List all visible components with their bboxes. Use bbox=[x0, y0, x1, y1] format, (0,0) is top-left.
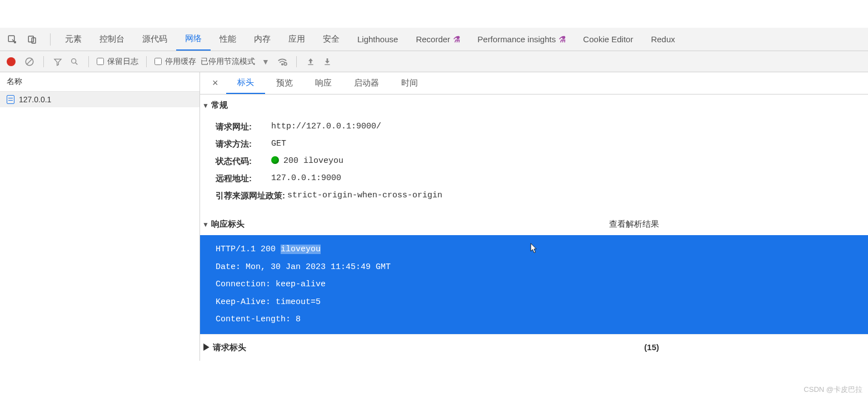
label-request-method: 请求方法: bbox=[216, 139, 269, 150]
request-headers-count: (15) bbox=[644, 342, 659, 353]
divider bbox=[146, 56, 147, 67]
value-request-method: GET bbox=[271, 139, 286, 150]
request-detail-pane: × 标头 预览 响应 启动器 时间 ▼ 常规 请求网址:http://127.0… bbox=[200, 72, 868, 361]
dtab-response[interactable]: 响应 bbox=[304, 72, 343, 94]
label-remote-addr: 远程地址: bbox=[216, 173, 269, 184]
detail-tabs: × 标头 预览 响应 启动器 时间 bbox=[200, 72, 868, 94]
svg-point-7 bbox=[282, 63, 283, 64]
svg-point-8 bbox=[284, 62, 287, 65]
value-remote-addr: 127.0.0.1:9000 bbox=[271, 173, 341, 184]
tab-recorder[interactable]: Recorder ⁨⚗ bbox=[407, 28, 468, 51]
section-response-headers-title: 响应标头 bbox=[211, 219, 245, 228]
dtab-timing[interactable]: 时间 bbox=[390, 72, 429, 94]
tab-console[interactable]: 控制台 bbox=[91, 28, 133, 51]
throttling-dropdown-icon[interactable]: ▼ bbox=[260, 57, 272, 66]
dtab-preview[interactable]: 预览 bbox=[265, 72, 304, 94]
flask-icon: ⁨⚗ bbox=[452, 34, 460, 44]
search-icon[interactable] bbox=[68, 57, 81, 66]
svg-rect-9 bbox=[308, 64, 313, 64]
raw-line: Connection: keep-alive bbox=[216, 276, 868, 293]
close-detail-icon[interactable]: × bbox=[204, 77, 226, 89]
wifi-settings-icon[interactable] bbox=[276, 57, 288, 66]
raw-line: HTTP/1.1 200 iloveyou bbox=[216, 241, 868, 258]
svg-rect-1 bbox=[28, 36, 33, 42]
main-content: 名称 127.0.0.1 × 标头 预览 响应 启动器 时间 ▼ 常规 请求网址… bbox=[0, 72, 868, 361]
tab-cookie-editor[interactable]: Cookie Editor bbox=[574, 28, 642, 51]
label-request-url: 请求网址: bbox=[216, 122, 269, 132]
status-dot-icon bbox=[271, 156, 279, 164]
collapse-triangle-icon: ▼ bbox=[202, 102, 209, 110]
label-status-code: 状态代码: bbox=[216, 156, 269, 167]
network-toolbar: 保留日志 停用缓存 已停用节流模式 ▼ bbox=[0, 51, 868, 72]
raw-line: Keep-Alive: timeout=5 bbox=[216, 293, 868, 311]
tab-lighthouse[interactable]: Lighthouse bbox=[348, 28, 407, 51]
record-button[interactable] bbox=[7, 57, 16, 66]
divider bbox=[43, 56, 44, 67]
value-status-code: 200 iloveyou bbox=[271, 156, 343, 167]
clear-icon[interactable] bbox=[23, 57, 36, 67]
section-general-head[interactable]: ▼ 常规 bbox=[200, 94, 868, 116]
expand-triangle-icon: ▶ bbox=[202, 342, 211, 352]
tab-security[interactable]: 安全 bbox=[314, 28, 348, 51]
disable-cache-checkbox[interactable]: 停用缓存 bbox=[154, 57, 196, 67]
tab-memory[interactable]: 内存 bbox=[245, 28, 280, 51]
divider bbox=[50, 33, 51, 46]
dtab-initiator[interactable]: 启动器 bbox=[343, 72, 390, 94]
tab-perf-insights[interactable]: Performance insights ⚗ bbox=[468, 28, 574, 51]
tab-performance[interactable]: 性能 bbox=[211, 28, 245, 51]
tab-sources[interactable]: 源代码 bbox=[133, 28, 176, 51]
divider bbox=[88, 56, 89, 67]
divider bbox=[296, 56, 297, 67]
view-parsed-link[interactable]: 查看解析结果 bbox=[609, 219, 659, 230]
value-referrer-policy: strict-origin-when-cross-origin bbox=[287, 191, 442, 201]
svg-point-5 bbox=[72, 58, 76, 63]
raw-line: Content-Length: 8 bbox=[216, 311, 868, 329]
download-icon[interactable] bbox=[321, 57, 333, 66]
document-icon bbox=[7, 95, 14, 104]
filter-icon[interactable] bbox=[52, 57, 64, 66]
request-row[interactable]: 127.0.0.1 bbox=[0, 92, 199, 107]
svg-rect-10 bbox=[325, 64, 330, 64]
preserve-log-checkbox[interactable]: 保留日志 bbox=[97, 57, 138, 67]
collapse-triangle-icon: ▼ bbox=[202, 221, 209, 228]
label-referrer-policy: 引荐来源网址政策: bbox=[216, 191, 285, 201]
tab-network[interactable]: 网络 bbox=[176, 28, 211, 51]
section-general-title: 常规 bbox=[211, 100, 228, 111]
flask-icon: ⚗ bbox=[558, 34, 565, 44]
tab-redux[interactable]: Redux bbox=[642, 28, 684, 51]
inspect-element-icon[interactable] bbox=[4, 32, 20, 47]
svg-line-6 bbox=[76, 62, 78, 64]
throttling-label[interactable]: 已停用节流模式 bbox=[201, 57, 255, 67]
svg-line-4 bbox=[27, 58, 33, 64]
raw-line: Date: Mon, 30 Jan 2023 11:45:49 GMT bbox=[216, 258, 868, 276]
devtools-panel-tabs: 元素 控制台 源代码 网络 性能 内存 应用 安全 Lighthouse Rec… bbox=[0, 28, 868, 51]
value-request-url: http://127.0.0.1:9000/ bbox=[271, 122, 381, 132]
response-headers-raw[interactable]: HTTP/1.1 200 iloveyou Date: Mon, 30 Jan … bbox=[200, 235, 868, 334]
tab-elements[interactable]: 元素 bbox=[56, 28, 91, 51]
general-block: 请求网址:http://127.0.0.1:9000/ 请求方法:GET 状态代… bbox=[200, 116, 868, 213]
section-request-headers-title: 请求标头 bbox=[213, 342, 246, 352]
requests-sidebar: 名称 127.0.0.1 bbox=[0, 72, 200, 361]
section-request-headers-head[interactable]: ▶ 请求标头 (15) bbox=[200, 334, 868, 361]
upload-icon[interactable] bbox=[305, 57, 317, 66]
sidebar-name-header[interactable]: 名称 bbox=[0, 72, 199, 92]
request-name: 127.0.0.1 bbox=[19, 95, 51, 104]
tab-application[interactable]: 应用 bbox=[280, 28, 314, 51]
device-toolbar-icon[interactable] bbox=[24, 32, 40, 47]
dtab-headers[interactable]: 标头 bbox=[226, 72, 265, 94]
section-response-headers-head[interactable]: ▼响应标头 查看解析结果 bbox=[200, 213, 868, 235]
